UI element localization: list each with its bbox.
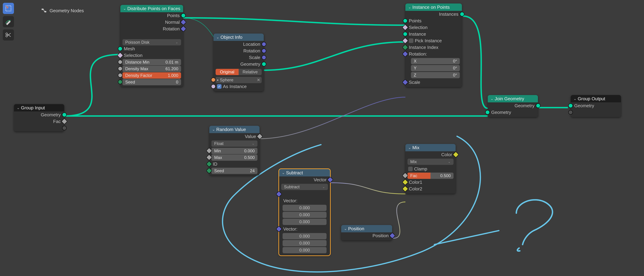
socket-fac-out[interactable]: Fac xyxy=(14,118,64,125)
annotate-tool[interactable] xyxy=(3,16,14,27)
svg-point-2 xyxy=(6,35,8,37)
socket-instance-index-in[interactable]: Instance Index xyxy=(406,44,462,51)
left-toolbar xyxy=(3,3,14,41)
pick-instance-checkbox[interactable]: Pick Instance xyxy=(406,37,462,44)
as-instance-checkbox[interactable]: ✓As Instance xyxy=(214,83,264,90)
select-box-tool[interactable] xyxy=(3,3,14,14)
node-title: Distribute Points on Faces xyxy=(127,6,180,11)
vec-a-y[interactable]: 0.000 xyxy=(282,212,326,218)
node-title: Group Input xyxy=(21,105,45,110)
vec-b-y[interactable]: 0.000 xyxy=(282,240,326,246)
svg-rect-4 xyxy=(44,11,46,13)
field-min[interactable]: Min0.000 xyxy=(209,148,260,154)
vector-a-label xyxy=(279,191,330,197)
vec-b-x[interactable]: 0.000 xyxy=(282,233,326,239)
field-max[interactable]: Max0.500 xyxy=(209,154,260,161)
rot-z-field[interactable]: Z0° xyxy=(411,72,460,78)
node-distribute-points-on-faces[interactable]: ⌄Distribute Points on Faces Points Norma… xyxy=(120,5,183,87)
socket-id-in[interactable]: ID xyxy=(209,161,260,167)
socket-virtual-out[interactable] xyxy=(14,125,64,131)
fac-slider[interactable]: Fac0.500 xyxy=(406,172,456,179)
socket-value-out[interactable]: Value xyxy=(209,133,260,140)
socket-position-out[interactable]: Position xyxy=(341,232,392,239)
node-title: Object Info xyxy=(220,35,242,40)
socket-color2-in[interactable]: Color2 xyxy=(406,186,456,192)
node-group-input[interactable]: ⌄Group Input Geometry Fac xyxy=(14,104,64,131)
clear-object-icon[interactable]: ✕ xyxy=(257,77,260,82)
socket-location-out[interactable]: Location xyxy=(214,41,264,48)
links-cut-tool[interactable] xyxy=(3,29,14,41)
field-seed[interactable]: Seed0 xyxy=(120,79,183,85)
node-title: Instance on Points xyxy=(412,5,450,10)
node-position[interactable]: ⌄Position Position xyxy=(341,225,392,240)
socket-instance-in[interactable]: Instance xyxy=(406,31,462,37)
editor-type-label: Geometry Nodes xyxy=(41,8,84,13)
node-title: Random Value xyxy=(216,127,246,132)
socket-rotation-out[interactable]: Rotation xyxy=(120,26,183,32)
vec-a-z[interactable]: 0.000 xyxy=(282,219,326,225)
socket-points-out[interactable]: Points xyxy=(120,12,183,19)
socket-virtual-in[interactable] xyxy=(571,109,621,116)
node-title: Mix xyxy=(412,145,419,150)
socket-instances-out[interactable]: Instances xyxy=(406,11,462,18)
object-input[interactable]: ▪Sphere✕ xyxy=(214,76,264,83)
node-instance-on-points[interactable]: ⌄Instance on Points Instances Points Sel… xyxy=(406,4,462,87)
svg-rect-3 xyxy=(42,9,44,10)
socket-geometry-out[interactable]: Geometry xyxy=(214,61,264,67)
socket-scale-out[interactable]: Scale xyxy=(214,54,264,61)
field-distance-min[interactable]: Distance Min0.01 m xyxy=(120,59,183,65)
random-dtype-dropdown[interactable]: Float⌄ xyxy=(212,141,258,147)
vec-b-z[interactable]: 0.000 xyxy=(282,247,326,253)
socket-selection-in[interactable]: Selection xyxy=(120,52,183,59)
socket-color1-in[interactable]: Color1 xyxy=(406,179,456,186)
vector-b-label-text: Vector: xyxy=(279,226,330,232)
distribute-method-dropdown[interactable]: Poisson Disk⌄ xyxy=(122,39,181,45)
node-join-geometry[interactable]: ⌄Join Geometry Geometry Geometry xyxy=(488,95,538,117)
node-mix[interactable]: ⌄Mix Color Mix⌄ Clamp Fac0.500 Color1 Co… xyxy=(406,144,456,194)
rot-x-field[interactable]: X0° xyxy=(411,58,460,64)
socket-geometry-in[interactable]: Geometry xyxy=(488,109,538,116)
node-title: Subtract xyxy=(286,170,303,175)
node-vector-math-subtract[interactable]: ⌄Subtract Vector Subtract⌄ Vector: 0.000… xyxy=(279,169,330,255)
node-group-output[interactable]: ⌄Group Output Geometry xyxy=(571,95,621,117)
socket-scale-in[interactable]: Scale xyxy=(406,79,462,86)
rot-y-field[interactable]: Y0° xyxy=(411,65,460,71)
socket-rotation-out[interactable]: Rotation xyxy=(214,48,264,54)
field-density-max[interactable]: Density Max61.200 xyxy=(120,65,183,72)
field-seed[interactable]: Seed24 xyxy=(209,167,260,174)
socket-geometry-out[interactable]: Geometry xyxy=(14,111,64,118)
node-random-value[interactable]: ⌄Random Value Value Float⌄ Min0.000 Max0… xyxy=(209,126,260,175)
rotation-label: Rotation: xyxy=(406,51,462,57)
socket-normal-out[interactable]: Normal xyxy=(120,19,183,26)
node-title: Join Geometry xyxy=(495,96,524,101)
node-title: Position xyxy=(348,226,364,231)
geometry-nodes-icon xyxy=(41,8,47,13)
object-info-mode-toggle[interactable]: Original Relative xyxy=(216,69,262,75)
node-title: Group Output xyxy=(578,96,605,101)
socket-mesh-in[interactable]: Mesh xyxy=(120,45,183,52)
socket-color-out[interactable]: Color xyxy=(406,151,456,158)
field-density-factor[interactable]: Density Factor1.000 xyxy=(120,72,183,79)
editor-type-text: Geometry Nodes xyxy=(50,8,84,13)
clamp-checkbox[interactable]: Clamp xyxy=(406,166,456,172)
socket-selection-in[interactable]: Selection xyxy=(406,24,462,31)
socket-vector-out[interactable]: Vector xyxy=(279,176,330,183)
socket-geometry-out[interactable]: Geometry xyxy=(488,102,538,109)
vector-math-op-dropdown[interactable]: Subtract⌄ xyxy=(281,184,328,190)
vec-a-x[interactable]: 0.000 xyxy=(282,205,326,211)
vector-a-label-text: Vector: xyxy=(279,197,330,204)
mix-blend-dropdown[interactable]: Mix⌄ xyxy=(408,159,454,165)
socket-geometry-in[interactable]: Geometry xyxy=(571,102,621,109)
svg-point-1 xyxy=(6,33,8,35)
node-object-info[interactable]: ⌄Object Info Location Rotation Scale Geo… xyxy=(214,34,264,91)
socket-points-in[interactable]: Points xyxy=(406,18,462,24)
